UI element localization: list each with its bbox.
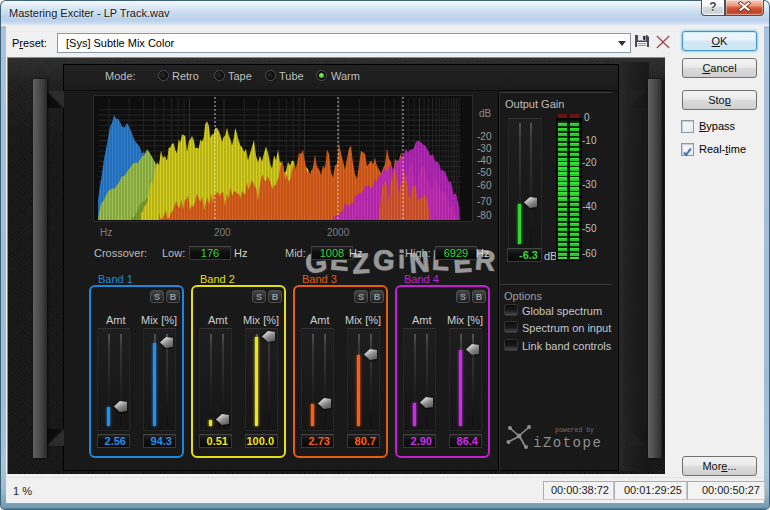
- svg-text:iZotope: iZotope: [533, 435, 602, 451]
- svg-text:powered by: powered by: [555, 427, 594, 434]
